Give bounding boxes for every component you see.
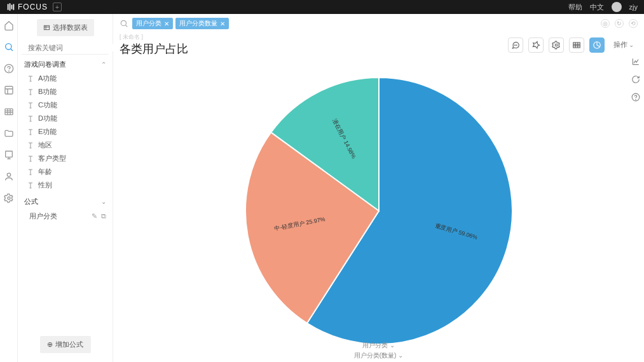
field-label: D功能 [38, 114, 57, 123]
field-label: 地区 [38, 140, 52, 150]
field-item[interactable]: 性别 [22, 178, 109, 192]
svg-rect-7 [5, 86, 13, 94]
query-bar: 用户分类✕用户分类数量✕ ◎ ↻ ⟲ [113, 14, 644, 33]
avatar[interactable] [612, 2, 622, 12]
operate-label: 操作 [613, 40, 627, 50]
dashboard-icon[interactable] [4, 85, 14, 95]
username: zjy [629, 3, 638, 11]
svg-point-15 [514, 44, 515, 45]
add-formula-label: 增加公式 [55, 340, 83, 349]
plus-icon: ⊕ [47, 340, 53, 349]
svg-rect-1 [10, 3, 11, 11]
field-search-input[interactable] [28, 44, 116, 51]
lang-switch[interactable]: 中文 [590, 3, 604, 12]
field-label: 性别 [38, 180, 52, 190]
field-list: A功能B功能C功能D功能E功能地区客户类型年龄性别 [22, 72, 109, 192]
svg-rect-12 [44, 25, 49, 29]
svg-point-4 [5, 44, 11, 50]
footer-measure[interactable]: 用户分类(数量) [354, 352, 397, 359]
edit-axis-icon[interactable] [631, 57, 640, 66]
svg-point-10 [7, 173, 10, 177]
query-tag[interactable]: 用户分类数量✕ [175, 18, 229, 29]
table-view-button[interactable] [569, 37, 584, 53]
formula-item[interactable]: 用户分类✎⧉ [22, 209, 109, 224]
field-item[interactable]: 地区 [22, 138, 109, 152]
refresh-icon[interactable] [631, 75, 640, 84]
comment-button[interactable] [508, 37, 523, 53]
link-formula-icon[interactable]: ⧉ [101, 212, 106, 220]
field-label: 客户类型 [38, 154, 66, 163]
settings-nav-icon[interactable] [4, 193, 14, 203]
pin-button[interactable] [528, 37, 544, 53]
target-icon[interactable]: ◎ [601, 19, 610, 28]
reset-query-icon[interactable]: ⟲ [629, 19, 638, 28]
folder-icon[interactable] [4, 128, 14, 138]
svg-point-17 [516, 44, 517, 45]
resource-icon[interactable] [4, 150, 14, 160]
formula-group-header[interactable]: 公式 ⌄ [22, 192, 109, 209]
field-item[interactable]: 客户类型 [22, 152, 109, 165]
text-type-icon [27, 88, 34, 96]
field-item[interactable]: C功能 [22, 98, 109, 112]
text-type-icon [27, 115, 34, 123]
svg-rect-0 [8, 4, 9, 10]
brand-text: FOCUS [18, 3, 48, 11]
help-link[interactable]: 帮助 [568, 3, 582, 12]
query-tags: 用户分类✕用户分类数量✕ [132, 18, 229, 29]
settings-button[interactable] [549, 37, 564, 53]
chevron-down-icon: ⌄ [101, 198, 106, 205]
text-type-icon [27, 128, 34, 136]
chart-area: 重度用户 59.06%中-轻度用户 25.97%潜在用户 14.98% 用户分类… [113, 59, 644, 362]
help-icon[interactable] [631, 93, 640, 102]
edit-formula-icon[interactable]: ✎ [92, 212, 97, 220]
field-item[interactable]: 年龄 [22, 165, 109, 178]
field-label: C功能 [38, 100, 57, 110]
svg-rect-9 [5, 151, 12, 157]
query-tag[interactable]: 用户分类✕ [132, 18, 173, 29]
nav-rail [0, 14, 18, 362]
text-type-icon [27, 155, 34, 163]
svg-point-6 [8, 71, 9, 72]
text-type-icon [27, 75, 34, 83]
svg-rect-3 [13, 4, 15, 10]
user-icon[interactable] [4, 171, 14, 182]
text-type-icon [27, 142, 34, 149]
field-label: E功能 [38, 127, 57, 137]
pie-chart: 重度用户 59.06%中-轻度用户 25.97%潜在用户 14.98% [239, 71, 519, 351]
text-type-icon [27, 182, 34, 189]
field-item[interactable]: A功能 [22, 72, 109, 85]
page-title: 各类用户占比 [120, 41, 188, 57]
side-panel: 选择数据表 游戏问卷调查 ⌃ A功能B功能C功能D功能E功能地区客户类型年龄性别… [18, 14, 113, 362]
right-rail [631, 57, 640, 102]
table-group-header[interactable]: 游戏问卷调查 ⌃ [22, 55, 109, 72]
add-formula-button[interactable]: ⊕ 增加公式 [40, 336, 91, 353]
tag-close-icon[interactable]: ✕ [220, 20, 225, 27]
select-table-button[interactable]: 选择数据表 [37, 19, 94, 36]
operate-dropdown[interactable]: 操作⌄ [610, 37, 638, 52]
table-nav-icon[interactable] [4, 107, 14, 117]
svg-rect-8 [5, 109, 13, 114]
content-area: 用户分类✕用户分类数量✕ ◎ ↻ ⟲ [ 未命名 ] 各类用户占比 操作⌄ [113, 14, 644, 362]
query-search-icon [120, 19, 128, 28]
field-item[interactable]: B功能 [22, 85, 109, 98]
formula-list: 用户分类✎⧉ [22, 209, 109, 224]
svg-rect-2 [11, 5, 13, 10]
field-item[interactable]: D功能 [22, 112, 109, 125]
field-search [22, 41, 109, 55]
chart-view-button[interactable] [589, 37, 605, 53]
field-item[interactable]: E功能 [22, 125, 109, 138]
tag-label: 用户分类数量 [179, 19, 217, 28]
field-label: A功能 [38, 74, 57, 83]
add-tab-button[interactable]: + [53, 3, 62, 11]
svg-point-14 [121, 20, 126, 25]
search-nav-icon[interactable] [4, 42, 14, 52]
text-type-icon [27, 168, 34, 176]
help-nav-icon[interactable] [4, 64, 14, 74]
formula-label: 用户分类 [29, 211, 57, 221]
tag-label: 用户分类 [136, 19, 161, 28]
refresh-query-icon[interactable]: ↻ [615, 19, 624, 28]
home-icon[interactable] [4, 20, 14, 30]
chart-footer: 用户分类 ⌄ 用户分类(数量) ⌄ [353, 340, 404, 361]
tag-close-icon[interactable]: ✕ [164, 20, 169, 27]
footer-dim[interactable]: 用户分类 [362, 342, 388, 349]
